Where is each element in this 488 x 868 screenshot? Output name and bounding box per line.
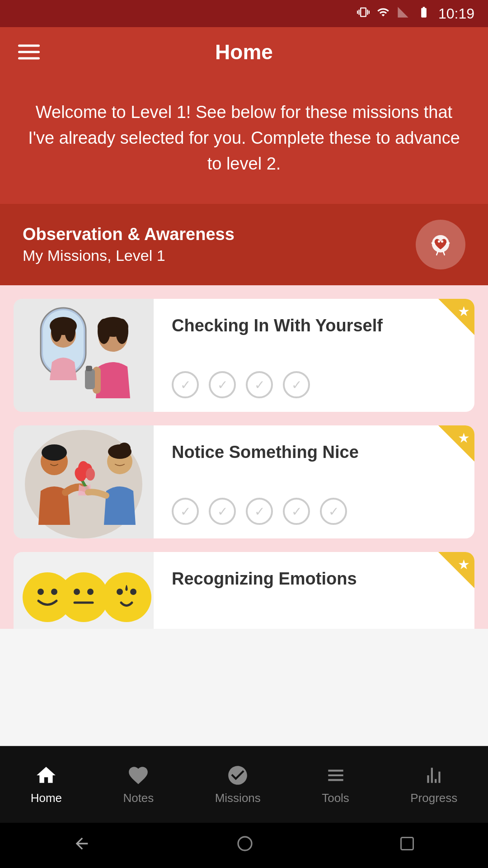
status-bar: 10:19 bbox=[0, 0, 488, 27]
home-icon bbox=[35, 764, 57, 787]
nav-item-progress[interactable]: Progress bbox=[401, 760, 466, 810]
mission-card-3[interactable]: Recognizing Emotions bbox=[14, 552, 474, 629]
svg-point-37 bbox=[74, 589, 80, 595]
svg-point-2 bbox=[441, 240, 443, 242]
check-1-2: ✓ bbox=[209, 371, 236, 398]
nav-item-notes[interactable]: Notes bbox=[114, 760, 163, 810]
svg-point-17 bbox=[116, 319, 128, 344]
svg-point-24 bbox=[42, 444, 67, 461]
wifi-icon bbox=[376, 6, 390, 22]
notes-icon bbox=[127, 764, 150, 787]
check-2-1: ✓ bbox=[172, 498, 199, 525]
time-display: 10:19 bbox=[438, 5, 474, 22]
progress-icon bbox=[422, 764, 445, 787]
svg-point-12 bbox=[51, 319, 62, 342]
svg-rect-44 bbox=[401, 837, 413, 849]
card-checks-1: ✓ ✓ ✓ ✓ bbox=[172, 371, 456, 398]
svg-line-3 bbox=[432, 243, 435, 244]
svg-line-5 bbox=[436, 252, 438, 255]
check-2-2: ✓ bbox=[209, 498, 236, 525]
section-title: Observation & Awareness bbox=[23, 225, 235, 244]
welcome-banner: Welcome to Level 1! See below for these … bbox=[0, 77, 488, 204]
mission-card-1[interactable]: Checking In With Yourself ✓ ✓ ✓ ✓ bbox=[14, 299, 474, 412]
nav-item-home[interactable]: Home bbox=[22, 760, 71, 810]
nav-label-notes: Notes bbox=[123, 791, 154, 805]
nav-label-missions: Missions bbox=[215, 791, 261, 805]
svg-point-13 bbox=[65, 319, 75, 342]
welcome-text: Welcome to Level 1! See below for these … bbox=[27, 99, 461, 177]
nav-item-tools[interactable]: Tools bbox=[313, 760, 358, 810]
tools-icon bbox=[324, 764, 347, 787]
bottom-nav: Home Notes Missions Tools bbox=[0, 746, 488, 823]
card-title-3: Recognizing Emotions bbox=[172, 568, 456, 590]
card-image-2 bbox=[14, 425, 154, 538]
section-header-text: Observation & Awareness My Missions, Lev… bbox=[23, 225, 235, 264]
back-button[interactable] bbox=[73, 835, 91, 857]
svg-point-31 bbox=[118, 443, 131, 455]
card-title-1: Checking In With Yourself bbox=[172, 315, 456, 337]
nav-label-home: Home bbox=[31, 791, 62, 805]
svg-line-6 bbox=[443, 252, 445, 255]
card-body-3: Recognizing Emotions bbox=[154, 552, 474, 629]
svg-rect-20 bbox=[86, 366, 92, 371]
check-1-1: ✓ bbox=[172, 371, 199, 398]
recents-button[interactable] bbox=[399, 835, 415, 856]
signal-icon bbox=[397, 6, 409, 22]
card-body-2: Notice Something Nice ✓ ✓ ✓ ✓ ✓ bbox=[154, 425, 474, 538]
mission-card-2[interactable]: Notice Something Nice ✓ ✓ ✓ ✓ ✓ bbox=[14, 425, 474, 538]
svg-point-43 bbox=[238, 837, 252, 850]
svg-point-41 bbox=[117, 589, 123, 595]
nav-item-missions[interactable]: Missions bbox=[206, 760, 270, 810]
missions-list: Checking In With Yourself ✓ ✓ ✓ ✓ bbox=[0, 285, 488, 629]
nav-label-progress: Progress bbox=[410, 791, 457, 805]
vibrate-icon bbox=[357, 6, 370, 22]
svg-point-38 bbox=[87, 589, 94, 595]
nav-label-tools: Tools bbox=[322, 791, 349, 805]
svg-point-40 bbox=[102, 572, 151, 622]
app-header: Home bbox=[0, 27, 488, 77]
battery-icon bbox=[416, 6, 432, 22]
svg-point-28 bbox=[86, 468, 95, 481]
card-title-2: Notice Something Nice bbox=[172, 441, 456, 463]
check-2-5: ✓ bbox=[320, 498, 347, 525]
android-nav-bar bbox=[0, 823, 488, 868]
card-checks-2: ✓ ✓ ✓ ✓ ✓ bbox=[172, 498, 456, 525]
page-wrapper: 10:19 Home Welcome to Level 1! See below… bbox=[0, 0, 488, 868]
svg-point-1 bbox=[438, 240, 440, 242]
check-1-4: ✓ bbox=[283, 371, 310, 398]
svg-point-16 bbox=[98, 319, 110, 344]
status-icons: 10:19 bbox=[357, 5, 474, 22]
header-title: Home bbox=[215, 40, 273, 64]
home-button[interactable] bbox=[236, 835, 254, 857]
svg-point-42 bbox=[130, 589, 136, 595]
main-scroll[interactable]: Welcome to Level 1! See below for these … bbox=[0, 77, 488, 746]
check-2-4: ✓ bbox=[283, 498, 310, 525]
check-1-3: ✓ bbox=[246, 371, 273, 398]
mascot-icon bbox=[416, 220, 465, 269]
svg-rect-19 bbox=[85, 369, 95, 389]
hamburger-menu[interactable] bbox=[18, 45, 40, 60]
svg-point-36 bbox=[59, 572, 108, 622]
section-header: Observation & Awareness My Missions, Lev… bbox=[0, 204, 488, 285]
missions-icon bbox=[226, 764, 249, 787]
check-2-3: ✓ bbox=[246, 498, 273, 525]
svg-point-35 bbox=[51, 589, 57, 595]
card-image-3 bbox=[14, 552, 154, 629]
card-image-1 bbox=[14, 299, 154, 412]
section-subtitle: My Missions, Level 1 bbox=[23, 247, 235, 264]
card-body-1: Checking In With Yourself ✓ ✓ ✓ ✓ bbox=[154, 299, 474, 412]
svg-point-34 bbox=[38, 589, 44, 595]
svg-line-4 bbox=[446, 243, 449, 244]
